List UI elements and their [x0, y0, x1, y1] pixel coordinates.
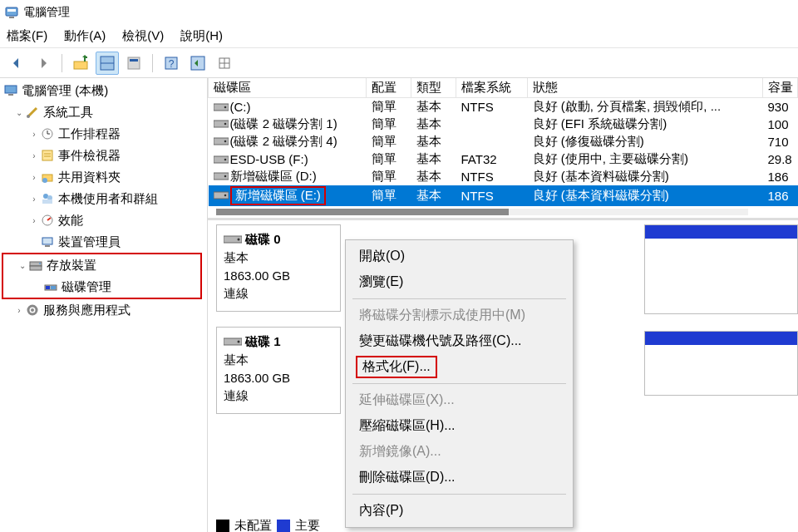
- toolbar-up-button[interactable]: [69, 52, 92, 75]
- pane-divider[interactable]: [208, 218, 798, 224]
- menu-mark-active: 將磁碟分割標示成使用中(M): [347, 303, 571, 328]
- table-row[interactable]: (C:)簡單基本NTFS良好 (啟動, 分頁檔案, 損毀傾印, ...930: [209, 98, 798, 116]
- menu-props[interactable]: 內容(P): [347, 498, 571, 524]
- tree-disk-mgmt[interactable]: 磁碟管理: [3, 276, 200, 298]
- volume-icon: [214, 169, 230, 183]
- menu-open[interactable]: 開啟(O): [347, 244, 571, 269]
- tree-root-label: 電腦管理 (本機): [22, 83, 108, 99]
- tree-services[interactable]: › 服務與應用程式: [0, 299, 207, 321]
- perf-icon: [40, 213, 55, 228]
- menu-view[interactable]: 檢視(V): [122, 28, 164, 44]
- cell-fs: NTFS: [456, 168, 528, 185]
- tree-event-viewer-label: 事件檢視器: [58, 148, 121, 164]
- cell-status: 良好 (使用中, 主要磁碟分割): [528, 150, 763, 168]
- nav-forward-button[interactable]: [32, 52, 55, 75]
- svg-point-31: [39, 263, 41, 264]
- col-cap[interactable]: 容量: [763, 78, 798, 98]
- disk-card-1[interactable]: 磁碟 1 基本 1863.00 GB 連線: [216, 327, 341, 414]
- users-icon: [40, 191, 55, 206]
- tree-systools[interactable]: ⌄ 系統工具: [0, 101, 207, 123]
- table-row[interactable]: 新增磁碟區 (D:)簡單基本NTFS良好 (基本資料磁碟分割)186: [209, 168, 798, 185]
- svg-rect-33: [46, 286, 50, 289]
- cell-type: 基本: [411, 116, 456, 133]
- svg-rect-7: [130, 59, 138, 62]
- caret-right-icon: ›: [28, 216, 40, 225]
- disk-icon: [224, 334, 245, 348]
- tree-shared-folders[interactable]: ›共用資料夾: [0, 166, 207, 188]
- volume-icon: [214, 134, 230, 148]
- col-type[interactable]: 類型: [411, 78, 456, 98]
- svg-rect-18: [42, 150, 52, 160]
- storage-icon: [28, 258, 43, 273]
- disk-icon: [224, 232, 245, 246]
- tree-systools-label: 系統工具: [43, 105, 93, 121]
- cell-status: 良好 (修復磁碟分割): [528, 133, 763, 150]
- menu-help[interactable]: 說明(H): [180, 28, 223, 44]
- nav-back-button[interactable]: [5, 52, 28, 75]
- tree-event-viewer[interactable]: ›事件檢視器: [0, 145, 207, 166]
- svg-point-48: [224, 195, 226, 197]
- volume-icon: [214, 116, 230, 131]
- disk-card-0[interactable]: 磁碟 0 基本 1863.00 GB 連線: [216, 224, 341, 312]
- svg-rect-34: [51, 286, 56, 289]
- menubar: 檔案(F) 動作(A) 檢視(V) 說明(H): [0, 25, 798, 48]
- cell-type: 基本: [411, 133, 456, 150]
- volume-table: 磁碟區 配置 類型 檔案系統 狀態 容量 (C:)簡單基本NTFS良好 (啟動,…: [208, 78, 798, 206]
- disk-title-0: 磁碟 0: [245, 232, 281, 246]
- volume-icon: [214, 100, 230, 114]
- caret-down-icon: ⌄: [17, 261, 28, 270]
- tree-device-manager[interactable]: 裝置管理員: [0, 231, 207, 253]
- svg-point-50: [238, 239, 240, 241]
- menu-delete[interactable]: 刪除磁碟區(D)...: [347, 465, 571, 490]
- tree-storage[interactable]: ⌄ 存放裝置: [3, 254, 200, 276]
- cell-cap: 710: [763, 133, 798, 150]
- table-row[interactable]: (磁碟 2 磁碟分割 1)簡單基本良好 (EFI 系統磁碟分割)100: [209, 116, 798, 133]
- legend-swatch-primary: [277, 520, 290, 533]
- cell-type: 基本: [411, 150, 456, 168]
- menu-format[interactable]: 格式化(F)...: [356, 356, 437, 378]
- disk-title-1: 磁碟 1: [245, 334, 281, 348]
- tree-device-manager-label: 裝置管理員: [58, 234, 121, 250]
- toolbar-help-button[interactable]: ?: [160, 52, 183, 75]
- table-row[interactable]: ESD-USB (F:)簡單基本FAT32良好 (使用中, 主要磁碟分割)29.…: [209, 150, 798, 168]
- menu-file[interactable]: 檔案(F): [7, 28, 47, 44]
- caret-down-icon: ⌄: [13, 108, 25, 117]
- toolbar-view1-button[interactable]: [96, 52, 119, 75]
- menu-change-letter[interactable]: 變更磁碟機代號及路徑(C)...: [347, 328, 571, 354]
- legend-unalloc-label: 未配置: [234, 518, 272, 532]
- col-fs[interactable]: 檔案系統: [456, 78, 528, 98]
- toolbar: ?: [0, 48, 798, 78]
- cell-fs: NTFS: [456, 185, 528, 206]
- svg-point-36: [31, 308, 34, 312]
- toolbar-view2-button[interactable]: [186, 52, 209, 75]
- col-vol[interactable]: 磁碟區: [209, 78, 367, 98]
- menu-sep: [352, 494, 566, 495]
- col-status[interactable]: 狀態: [528, 78, 763, 98]
- table-row[interactable]: (磁碟 2 磁碟分割 4)簡單基本良好 (修復磁碟分割)710: [209, 133, 798, 150]
- svg-point-42: [224, 140, 226, 143]
- menu-browse[interactable]: 瀏覽(E): [347, 269, 571, 295]
- menu-shrink[interactable]: 壓縮磁碟區(H)...: [347, 413, 571, 439]
- disk-mgmt-icon: [43, 279, 58, 294]
- disk-type-1: 基本: [224, 351, 333, 369]
- horizontal-scrollbar[interactable]: [208, 206, 798, 218]
- disk-strip-1[interactable]: [644, 331, 798, 396]
- disk-size-0: 1863.00 GB: [224, 267, 333, 285]
- legend-swatch-unalloc: [216, 520, 229, 533]
- toolbar-sep-2: [152, 54, 153, 72]
- disk-strip-0[interactable]: [644, 224, 798, 314]
- tree-task-scheduler[interactable]: ›工作排程器: [0, 123, 207, 145]
- col-layout[interactable]: 配置: [367, 78, 411, 98]
- column-header-row[interactable]: 磁碟區 配置 類型 檔案系統 狀態 容量: [209, 78, 798, 98]
- tree-performance[interactable]: ›效能: [0, 209, 207, 231]
- toolbar-refresh-button[interactable]: [213, 52, 236, 75]
- volume-name: ESD-USB (F:): [230, 152, 308, 166]
- cell-type: 基本: [411, 185, 456, 206]
- legend-primary-label: 主要: [295, 518, 320, 532]
- tree-root[interactable]: 電腦管理 (本機): [0, 80, 207, 101]
- menu-action[interactable]: 動作(A): [64, 28, 106, 44]
- tree-users-groups[interactable]: ›本機使用者和群組: [0, 188, 207, 209]
- table-row[interactable]: 新增磁碟區 (E:)簡單基本NTFS良好 (基本資料磁碟分割)186: [209, 185, 798, 206]
- toolbar-properties-button[interactable]: [122, 52, 145, 75]
- cell-fs: [456, 133, 528, 150]
